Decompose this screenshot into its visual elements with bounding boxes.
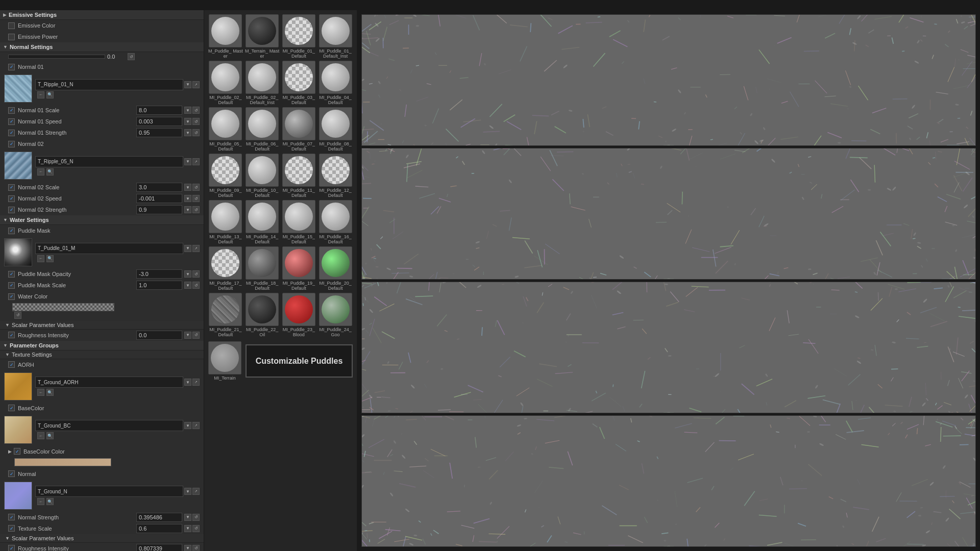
normal02-speed-checkbox[interactable] bbox=[8, 195, 15, 202]
texture-normal-corner[interactable]: ↗ bbox=[192, 488, 200, 495]
material-item-14[interactable]: MI_Puddle_11_ Default bbox=[282, 154, 316, 198]
normal02-back[interactable]: ← bbox=[37, 168, 44, 176]
material-item-15[interactable]: MI_Puddle_12_ Default bbox=[318, 154, 353, 198]
puddle-mask-search[interactable]: 🔍 bbox=[46, 255, 54, 262]
roughness2-value[interactable] bbox=[136, 544, 182, 552]
normal-strength-checkbox[interactable] bbox=[8, 514, 15, 520]
texture-scale-reset[interactable]: ↺ bbox=[192, 525, 200, 532]
normal02-dropdown[interactable]: ▼ bbox=[184, 158, 191, 165]
material-item-18[interactable]: MI_Puddle_15_ Default bbox=[282, 200, 316, 244]
puddle-scale-reset[interactable]: ↺ bbox=[192, 282, 200, 289]
normal01-scale-value[interactable] bbox=[136, 106, 182, 115]
normal01-search[interactable]: 🔍 bbox=[46, 91, 54, 98]
normal02-corner[interactable]: ↗ bbox=[192, 158, 200, 165]
normal02-checkbox[interactable] bbox=[8, 141, 15, 147]
basecolor-color-checkbox[interactable] bbox=[14, 448, 20, 455]
material-item-9[interactable]: MI_Puddle_06_ Default bbox=[245, 107, 280, 152]
normal02-scale-spin[interactable]: ▼ bbox=[184, 184, 191, 191]
basecolor-texture-name[interactable] bbox=[35, 420, 183, 431]
basecolor-checkbox[interactable] bbox=[8, 405, 15, 411]
roughness-checkbox[interactable] bbox=[8, 332, 15, 338]
material-item-21[interactable]: MI_Puddle_18_ Default bbox=[245, 246, 280, 291]
texture-normal-checkbox[interactable] bbox=[8, 470, 15, 477]
normal02-strength-checkbox[interactable] bbox=[8, 207, 15, 213]
normal01-scale-spin[interactable]: ▼ bbox=[184, 107, 191, 114]
normal01-strength-spin[interactable]: ▼ bbox=[184, 129, 191, 136]
water-color-swatch[interactable] bbox=[12, 303, 114, 311]
normal02-strength-spin[interactable]: ▼ bbox=[184, 206, 191, 213]
texture-scale-checkbox[interactable] bbox=[8, 525, 15, 532]
texture-scale-value[interactable] bbox=[136, 524, 182, 533]
aorh-dropdown[interactable]: ▼ bbox=[184, 379, 191, 386]
puddle-opacity-checkbox[interactable] bbox=[8, 271, 15, 278]
material-item-4[interactable]: MI_Puddle_02_ Default bbox=[208, 61, 243, 105]
normal02-scale-reset[interactable]: ↺ bbox=[192, 184, 200, 191]
normal01-strength-value[interactable] bbox=[136, 128, 182, 137]
normal01-speed-checkbox[interactable] bbox=[8, 118, 15, 125]
normal02-speed-spin[interactable]: ▼ bbox=[184, 195, 191, 202]
material-item-8[interactable]: MI_Puddle_05_ Default bbox=[208, 107, 243, 152]
normal-strength-spin[interactable]: ▼ bbox=[184, 514, 191, 521]
normal02-strength-reset[interactable]: ↺ bbox=[192, 206, 200, 213]
normal-slider-reset[interactable]: ↺ bbox=[128, 53, 135, 60]
puddle-opacity-spin[interactable]: ▼ bbox=[184, 270, 191, 278]
material-item-12[interactable]: MI_Puddle_09_ Default bbox=[208, 154, 243, 198]
material-item-17[interactable]: MI_Puddle_14_ Default bbox=[245, 200, 280, 244]
material-item-16[interactable]: MI_Puddle_13_ Default bbox=[208, 200, 243, 244]
normal-strength-reset[interactable]: ↺ bbox=[192, 514, 200, 521]
normal01-strength-checkbox[interactable] bbox=[8, 130, 15, 136]
material-item-0[interactable]: M_Puddle_ Master bbox=[208, 14, 243, 59]
puddle-mask-dropdown[interactable]: ▼ bbox=[184, 245, 191, 252]
normal01-strength-reset[interactable]: ↺ bbox=[192, 129, 200, 136]
puddle-opacity-value[interactable] bbox=[136, 269, 182, 279]
puddle-scale-value[interactable] bbox=[136, 281, 182, 290]
puddle-mask-name[interactable] bbox=[35, 243, 183, 254]
puddle-scale-checkbox[interactable] bbox=[8, 282, 15, 289]
basecolor-corner[interactable]: ↗ bbox=[192, 422, 200, 429]
aorh-corner[interactable]: ↗ bbox=[192, 379, 200, 386]
water-settings-header[interactable]: ▼ Water Settings bbox=[0, 215, 204, 225]
material-item-22[interactable]: MI_Puddle_19_ Default bbox=[282, 246, 316, 291]
normal01-speed-reset[interactable]: ↺ bbox=[192, 118, 200, 125]
parameter-groups-header[interactable]: ▼ Parameter Groups bbox=[0, 341, 204, 350]
normal-strength-value[interactable] bbox=[136, 513, 182, 522]
texture-settings-header[interactable]: ▼ Texture Settings bbox=[0, 350, 204, 359]
material-item-20[interactable]: MI_Puddle_17_ Default bbox=[208, 246, 243, 291]
normal02-search[interactable]: 🔍 bbox=[46, 168, 54, 176]
material-item-11[interactable]: MI_Puddle_08_ Default bbox=[318, 107, 353, 152]
puddle-scale-spin[interactable]: ▼ bbox=[184, 282, 191, 289]
basecolor-color-expand[interactable]: ▶ bbox=[8, 449, 12, 454]
normal01-texture-name[interactable] bbox=[35, 79, 183, 90]
basecolor-color-swatch[interactable] bbox=[14, 458, 111, 466]
normal01-corner[interactable]: ↗ bbox=[192, 81, 200, 88]
emissive-color-checkbox[interactable] bbox=[8, 22, 15, 29]
texture-normal-back[interactable]: ← bbox=[37, 498, 44, 505]
normal01-back[interactable]: ← bbox=[37, 91, 44, 98]
material-item-6[interactable]: MI_Puddle_03_ Default bbox=[282, 61, 316, 105]
puddle-opacity-reset[interactable]: ↺ bbox=[192, 270, 200, 278]
puddle-mask-corner[interactable]: ↗ bbox=[192, 245, 200, 252]
normal01-speed-spin[interactable]: ▼ bbox=[184, 118, 191, 125]
material-item-19[interactable]: MI_Puddle_16_ Default bbox=[318, 200, 353, 244]
normal02-strength-value[interactable] bbox=[136, 205, 182, 214]
basecolor-dropdown[interactable]: ▼ bbox=[184, 422, 191, 429]
puddle-mask-back[interactable]: ← bbox=[37, 255, 44, 262]
normal01-checkbox[interactable] bbox=[8, 64, 15, 70]
material-item-26[interactable]: MI_Puddle_23_ Blood bbox=[282, 293, 316, 337]
emissive-settings-header[interactable]: ▶ Emissive Settings bbox=[0, 10, 204, 20]
normal01-speed-value[interactable] bbox=[136, 117, 182, 126]
normal01-scale-reset[interactable]: ↺ bbox=[192, 107, 200, 114]
normal02-scale-checkbox[interactable] bbox=[8, 184, 15, 191]
texture-scale-spin[interactable]: ▼ bbox=[184, 525, 191, 532]
normal02-speed-reset[interactable]: ↺ bbox=[192, 195, 200, 202]
scalar-values2-header[interactable]: ▼ Scalar Parameter Values bbox=[0, 534, 204, 543]
material-item-24[interactable]: MI_Puddle_21_ Default bbox=[208, 293, 243, 337]
material-item-13[interactable]: MI_Puddle_10_ Default bbox=[245, 154, 280, 198]
water-color-reset[interactable]: ↺ bbox=[14, 312, 21, 319]
normal02-speed-value[interactable] bbox=[136, 194, 182, 203]
roughness-spin[interactable]: ▼ bbox=[184, 332, 191, 339]
material-item-25[interactable]: MI_Puddle_22_ Oil bbox=[245, 293, 280, 337]
roughness-reset[interactable]: ↺ bbox=[192, 332, 200, 339]
normal02-texture-name[interactable] bbox=[35, 156, 183, 167]
normal01-dropdown[interactable]: ▼ bbox=[184, 81, 191, 88]
